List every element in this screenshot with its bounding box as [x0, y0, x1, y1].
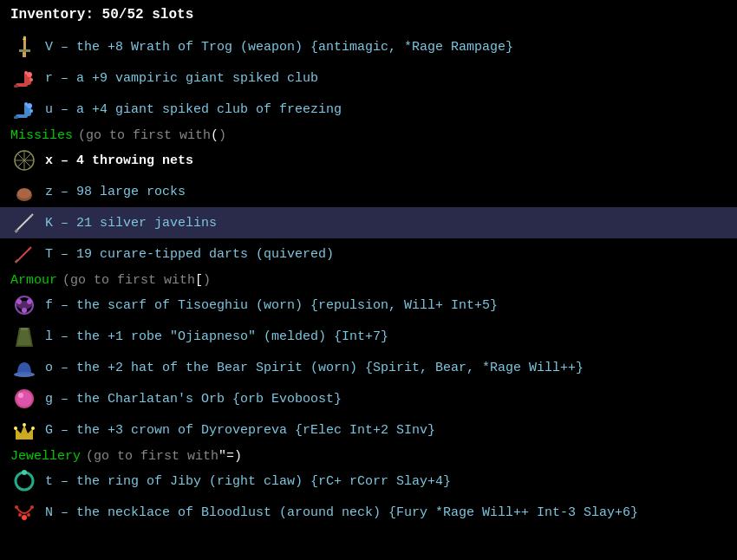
armour-icon-G	[10, 416, 38, 444]
armour-item-g[interactable]: g – the Charlatan's Orb {orb Evoboost}	[10, 383, 727, 414]
missile-icon-T	[10, 240, 38, 268]
weapon-icon-r	[10, 64, 38, 92]
missile-text-z: z – 98 large rocks	[45, 185, 727, 199]
svg-rect-2	[19, 49, 30, 52]
jewellery-icon-t	[10, 467, 38, 495]
category-jewellery: Jewellery (go to first with "=)	[10, 446, 727, 466]
category-armour: Armour (go to first with [ )	[10, 270, 727, 290]
missiles-close: )	[218, 128, 226, 143]
jewellery-item-t[interactable]: t – the ring of Jiby (right claw) {rC+ r…	[10, 466, 727, 497]
armour-icon-o	[10, 354, 38, 381]
svg-point-31	[27, 299, 32, 304]
svg-point-9	[29, 78, 33, 81]
svg-rect-35	[21, 328, 28, 330]
armour-item-l[interactable]: l – the +1 robe "Ojiapneso" (melded) {In…	[10, 321, 727, 352]
weapon-item-u[interactable]: u – a +4 giant spiked club of freezing	[10, 94, 727, 125]
missile-text-x: x – 4 throwing nets	[45, 153, 727, 168]
armour-key: [	[195, 273, 203, 288]
armour-text-l: l – the +1 robe "Ojiapneso" (melded) {In…	[45, 329, 727, 344]
armour-text-o: o – the +2 hat of the Bear Spirit (worn)…	[45, 361, 727, 375]
svg-point-22	[17, 188, 31, 199]
weapon-icon-u	[10, 95, 38, 123]
armour-label: Armour	[10, 273, 57, 288]
svg-marker-41	[16, 425, 33, 437]
weapon-icon-v	[10, 33, 38, 61]
missiles-hint: (go to first with	[78, 128, 211, 143]
weapon-text-u: u – a +4 giant spiked club of freezing	[45, 102, 727, 117]
svg-point-43	[23, 423, 26, 427]
svg-point-47	[22, 470, 27, 475]
weapon-item-r[interactable]: r – a +9 vampiric giant spiked club	[10, 62, 727, 94]
missile-item-x[interactable]: x – 4 throwing nets	[10, 145, 727, 176]
armour-hint: (go to first with	[62, 273, 195, 288]
svg-point-48	[15, 505, 18, 509]
svg-point-8	[24, 71, 28, 75]
armour-text-g: g – the Charlatan's Orb {orb Evoboost}	[45, 392, 727, 407]
weapon-item-v[interactable]: V – the +8 Wrath of Trog (weapon) {antim…	[10, 31, 727, 62]
missile-icon-z	[10, 178, 38, 205]
missiles-label: Missiles	[10, 128, 73, 143]
armour-text-G: G – the +3 crown of Dyrovepreva {rElec I…	[45, 423, 727, 438]
svg-point-51	[18, 513, 22, 517]
armour-text-f: f – the scarf of Tisoeghiu (worn) {repul…	[45, 298, 727, 313]
armour-item-G[interactable]: G – the +3 crown of Dyrovepreva {rElec I…	[10, 414, 727, 446]
svg-point-45	[31, 427, 35, 430]
svg-point-49	[30, 505, 34, 509]
svg-point-15	[29, 109, 33, 113]
weapon-text-v: V – the +8 Wrath of Trog (weapon) {antim…	[45, 40, 727, 55]
missile-item-T[interactable]: T – 19 curare-tipped darts (quivered)	[10, 238, 727, 270]
svg-point-52	[27, 513, 30, 517]
jewellery-text-N: N – the necklace of Bloodlust (around ne…	[45, 505, 727, 520]
jewellery-icon-N	[10, 498, 38, 526]
missile-item-K[interactable]: K – 21 silver javelins	[0, 207, 737, 238]
jewellery-key: "=)	[218, 449, 242, 464]
svg-point-14	[24, 102, 28, 106]
jewellery-text-t: t – the ring of Jiby (right claw) {rC+ r…	[45, 474, 727, 489]
svg-point-50	[22, 515, 27, 520]
svg-point-37	[14, 372, 35, 377]
missiles-key: (	[211, 128, 218, 143]
armour-icon-g	[10, 385, 38, 413]
jewellery-item-N[interactable]: N – the necklace of Bloodlust (around ne…	[10, 497, 727, 528]
inventory-header: Inventory: 50/52 slots	[10, 7, 727, 23]
armour-item-o[interactable]: o – the +2 hat of the Bear Spirit (worn)…	[10, 352, 727, 383]
missile-item-z[interactable]: z – 98 large rocks	[10, 176, 727, 207]
weapon-text-r: r – a +9 vampiric giant spiked club	[45, 71, 727, 86]
armour-item-f[interactable]: f – the scarf of Tisoeghiu (worn) {repul…	[10, 290, 727, 321]
category-missiles: Missiles (go to first with ( )	[10, 125, 727, 145]
svg-rect-42	[16, 437, 33, 440]
svg-rect-6	[14, 85, 18, 88]
armour-icon-l	[10, 322, 38, 350]
svg-point-32	[22, 308, 27, 313]
svg-point-39	[16, 391, 32, 407]
missile-icon-x	[10, 147, 38, 174]
jewellery-hint: (go to first with	[86, 449, 218, 464]
jewellery-label: Jewellery	[10, 449, 81, 464]
svg-point-40	[18, 393, 23, 398]
missile-text-T: T – 19 curare-tipped darts (quivered)	[45, 247, 727, 262]
armour-close: )	[203, 273, 211, 288]
armour-icon-f	[10, 291, 38, 319]
svg-rect-12	[14, 116, 18, 119]
svg-rect-3	[23, 52, 26, 57]
svg-point-30	[16, 299, 22, 304]
svg-point-44	[14, 427, 17, 430]
missile-text-K: K – 21 silver javelins	[45, 216, 727, 231]
missile-icon-K	[10, 209, 38, 237]
